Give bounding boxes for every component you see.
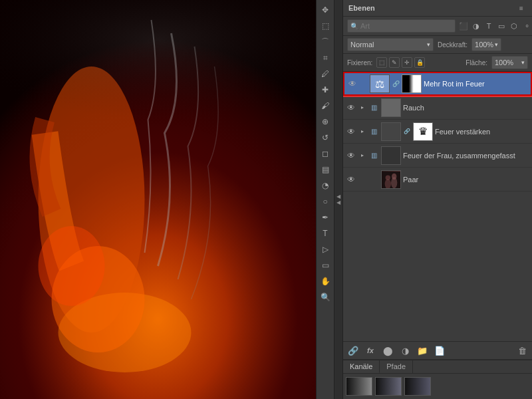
layer-item-paar[interactable]: 👁 Paar (343, 168, 532, 192)
opacity-label: Deckkraft: (438, 41, 467, 49)
svg-point-10 (386, 175, 390, 180)
layer-name-mehr-rot: Mehr Rot im Feuer (424, 80, 528, 88)
svg-point-5 (39, 226, 105, 306)
layer-item-rauch[interactable]: 👁 ▥ Rauch (343, 96, 532, 120)
toolbar-pen[interactable]: ✒ (318, 210, 332, 225)
create-layer-btn[interactable]: 📄 (434, 344, 446, 356)
channel-thumb-2 (375, 377, 402, 396)
panel-title: Ebenen (348, 4, 375, 12)
opacity-input[interactable]: 100% ▾ (471, 38, 501, 51)
toolbar-zoom[interactable]: 🔍 (318, 290, 332, 305)
channel-thumb-3 (404, 377, 431, 396)
fx-btn[interactable]: fx (364, 344, 376, 356)
layer-chain-mehr-rot: 🔗 (392, 80, 400, 88)
layer-eye-paar[interactable]: 👁 (346, 174, 356, 185)
toolbar-lasso[interactable]: ⌒ (318, 35, 332, 49)
layer-name-feuer-verst: Feuer verstärken (435, 128, 529, 136)
filter-pixel-icon[interactable]: ⬛ (458, 21, 469, 31)
layer-expand-feuer-frau[interactable] (358, 152, 366, 160)
layer-expand-mehr-rot (360, 80, 368, 88)
blend-mode-select[interactable]: Normal ▾ (347, 38, 434, 51)
add-mask-btn[interactable]: ⬤ (382, 344, 394, 356)
flaeche-input[interactable]: 100% ▾ (491, 56, 528, 69)
layer-eye-feuer-frau[interactable]: 👁 (346, 150, 356, 161)
delete-layer-btn[interactable]: 🗑 (516, 344, 528, 356)
create-group-btn[interactable]: 📁 (416, 344, 428, 356)
toolbar-clone[interactable]: ⊕ (318, 114, 332, 129)
filter-smart-icon[interactable]: ⬡ (509, 21, 519, 31)
toolbar-blur[interactable]: ◔ (318, 178, 332, 193)
panel-menu-btn[interactable]: ≡ (516, 3, 527, 13)
tab-pfade[interactable]: Pfade (380, 360, 413, 373)
layer-expand-rauch[interactable] (358, 104, 366, 112)
toolbar-gradient[interactable]: ▤ (318, 162, 332, 177)
toolbar-heal[interactable]: ✚ (318, 82, 332, 97)
layer-expand-feuer-verst[interactable] (358, 128, 366, 136)
flaeche-label: Fläche: (466, 59, 487, 66)
layer-eye-mehr-rot[interactable]: 👁 (347, 78, 358, 89)
blend-mode-row: Normal ▾ Deckkraft: 100% ▾ (343, 36, 532, 54)
toolbar-brush[interactable]: 🖌 (318, 98, 332, 113)
blend-mode-chevron: ▾ (427, 41, 430, 48)
layer-item-feuer-frau[interactable]: 👁 ▥ Feuer der Frau, zusammengefasst (343, 144, 532, 168)
toolbar-history[interactable]: ↺ (318, 130, 332, 145)
flaeche-chevron: ▾ (521, 59, 525, 66)
filter-adjustment-icon[interactable]: ◑ (471, 21, 481, 31)
layer-thumb-mehr-rot: ⚖ (370, 74, 390, 93)
layer-thumb-rauch (381, 98, 401, 117)
toolbar-move[interactable]: ✥ (318, 3, 332, 17)
layer-chain-feuer-verst: 🔗 (403, 128, 411, 136)
lock-all-icon[interactable]: 🔒 (414, 57, 425, 68)
toolbar-select[interactable]: ⬚ (318, 19, 332, 33)
toolbar-crop[interactable]: ⌗ (318, 51, 332, 65)
toolbar-shape[interactable]: ▭ (318, 258, 332, 273)
layers-panel: Ebenen ≡ 🔍 ⬛ ◑ T ▭ ⬡ ⚬ Normal ▾ Deckkraf… (342, 0, 532, 399)
layer-filter-icons: ⬛ ◑ T ▭ ⬡ ⚬ (458, 21, 532, 31)
lock-position-icon[interactable]: ✛ (402, 57, 412, 68)
panel-header: Ebenen ≡ (343, 0, 532, 17)
toolbar-eyedropper[interactable]: 🖊 (318, 66, 332, 81)
layer-item-mehr-rot[interactable]: 👁 ⚖ 🔗 Mehr Rot im Feuer (343, 72, 532, 96)
layer-name-feuer-frau: Feuer der Frau, zusammengefasst (403, 152, 529, 160)
filter-text-icon[interactable]: T (483, 21, 494, 31)
layer-eye-rauch[interactable]: 👁 (346, 102, 356, 113)
layer-type-paar (368, 174, 379, 185)
toolbar-path[interactable]: ▷ (318, 242, 332, 257)
svg-rect-6 (0, 0, 316, 133)
lock-image-icon[interactable]: ✎ (389, 57, 400, 68)
canvas-area (0, 0, 316, 399)
svg-point-8 (385, 179, 391, 189)
layer-expand-paar (358, 176, 366, 184)
bottom-tabs-panel: Kanäle Pfade (343, 359, 532, 399)
layers-list: 👁 ⚖ 🔗 Mehr Rot im Feuer 👁 ▥ Rauch 👁 ▥ (343, 72, 532, 341)
layer-item-feuer-verst[interactable]: 👁 ▥ 🔗 ♛ Feuer verstärken (343, 120, 532, 144)
search-input-wrap[interactable]: 🔍 (347, 19, 456, 33)
lock-row: Fixieren: ⬚ ✎ ✛ 🔒 Fläche: 100% ▾ (343, 54, 532, 72)
add-adjustment-btn[interactable]: ◑ (399, 344, 411, 356)
left-toolbar: ✥ ⬚ ⌒ ⌗ 🖊 ✚ 🖌 ⊕ ↺ ◻ ▤ ◔ ○ ✒ T ▷ ▭ ✋ 🔍 (316, 0, 334, 399)
filter-toggle[interactable]: ⚬ (521, 21, 532, 31)
channels-content (343, 374, 532, 399)
link-layers-btn[interactable]: 🔗 (347, 344, 359, 356)
opacity-chevron: ▾ (495, 41, 498, 48)
lock-transparent-icon[interactable]: ⬚ (376, 57, 387, 68)
toolbar-dodge[interactable]: ○ (318, 194, 332, 209)
tab-kanaele[interactable]: Kanäle (343, 360, 380, 373)
layer-mask-feuer-verst: ♛ (413, 122, 433, 141)
toolbar-eraser[interactable]: ◻ (318, 146, 332, 161)
bottom-tab-row: Kanäle Pfade (343, 360, 532, 374)
layer-type-folder-feuer-frau: ▥ (368, 150, 379, 161)
layer-eye-feuer-verst[interactable]: 👁 (346, 126, 356, 137)
filter-shape-icon[interactable]: ▭ (496, 21, 507, 31)
svg-point-11 (392, 173, 396, 179)
svg-rect-7 (382, 171, 400, 188)
layers-bottom-toolbar: 🔗 fx ⬤ ◑ 📁 📄 🗑 (343, 341, 532, 359)
layer-thumb-feuer-verst (381, 122, 401, 141)
panel-collapse-handle[interactable]: ◀◀ (334, 0, 342, 399)
search-icon: 🔍 (350, 23, 358, 30)
toolbar-text[interactable]: T (318, 226, 332, 241)
layer-name-paar: Paar (403, 176, 529, 184)
toolbar-hand[interactable]: ✋ (318, 274, 332, 289)
search-input[interactable] (360, 22, 452, 30)
layer-mask-mehr-rot (402, 74, 422, 93)
